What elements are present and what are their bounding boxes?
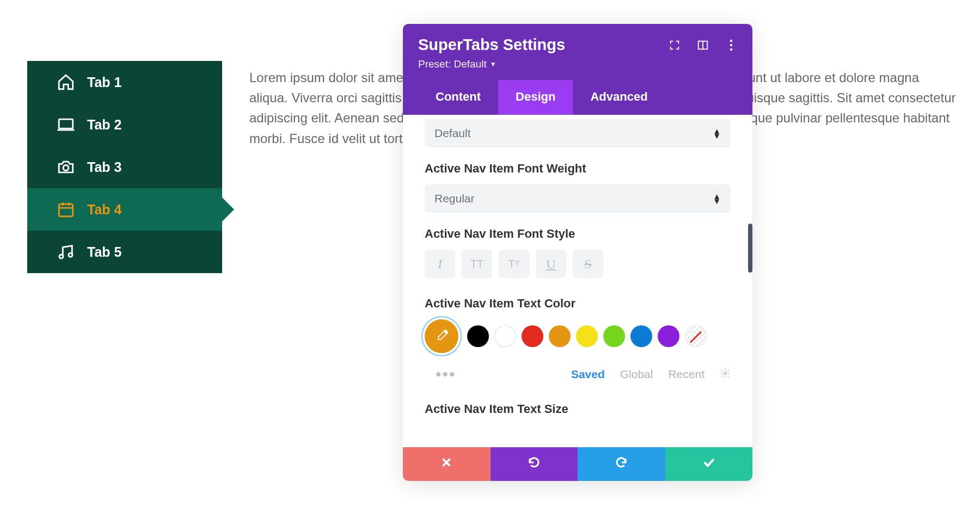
redo-button[interactable] [578, 447, 665, 481]
svg-point-6 [730, 39, 732, 41]
more-dots-icon[interactable]: ••• [436, 365, 456, 384]
color-tab-global[interactable]: Global [620, 368, 653, 381]
preset-dropdown[interactable]: Preset: Default ▼ [418, 58, 497, 80]
updown-icon: ▲▼ [713, 128, 721, 138]
modal-header: SuperTabs Settings Preset: Default ▼ Con… [403, 24, 752, 115]
font-style-buttons: I TT TT U S [425, 250, 731, 278]
laptop-icon [57, 115, 75, 134]
select-value: Default [434, 127, 471, 140]
modal-title: SuperTabs Settings [418, 36, 565, 54]
svg-point-7 [730, 44, 732, 46]
scrollbar-thumb[interactable] [748, 224, 752, 273]
more-icon[interactable] [725, 39, 737, 51]
sidebar-tabs: Tab 1 Tab 2 Tab 3 Tab 4 Tab 5 [27, 61, 222, 273]
swatch-green[interactable] [603, 325, 625, 347]
modal-body: Default ▲▼ Active Nav Item Font Weight R… [403, 115, 752, 447]
music-icon [57, 243, 75, 261]
style-italic-button[interactable]: I [425, 250, 455, 278]
home-icon [57, 73, 75, 91]
svg-rect-0 [59, 119, 73, 128]
svg-rect-2 [59, 204, 73, 217]
color-tab-saved[interactable]: Saved [571, 368, 605, 381]
style-strikethrough-button[interactable]: S [573, 250, 603, 278]
sidebar-item-tab-5[interactable]: Tab 5 [27, 231, 222, 273]
camera-icon [57, 158, 75, 176]
select-value: Regular [434, 192, 475, 205]
sidebar-item-tab-2[interactable]: Tab 2 [27, 103, 222, 146]
gear-icon[interactable] [720, 368, 731, 381]
save-button[interactable] [665, 447, 753, 481]
eyedropper-button[interactable] [425, 319, 458, 353]
expand-icon[interactable] [669, 39, 681, 51]
close-icon [440, 456, 452, 472]
modal-tabs: Content Design Advanced [418, 80, 737, 115]
swatch-purple[interactable] [658, 325, 679, 347]
svg-point-8 [730, 48, 732, 50]
color-sub-row: ••• Saved Global Recent [425, 365, 731, 384]
swatch-red[interactable] [522, 325, 543, 347]
cancel-button[interactable] [403, 447, 491, 481]
sidebar-item-label: Tab 2 [87, 117, 121, 133]
tab-content[interactable]: Content [418, 80, 498, 115]
text-size-label: Active Nav Item Text Size [425, 402, 731, 416]
style-uppercase-button[interactable]: TT [462, 250, 492, 278]
sidebar-item-tab-3[interactable]: Tab 3 [27, 146, 222, 188]
sidebar-item-label: Tab 3 [87, 159, 121, 175]
swatch-yellow[interactable] [576, 325, 598, 347]
style-titlecase-button[interactable]: TT [499, 250, 529, 278]
sidebar-item-tab-1[interactable]: Tab 1 [27, 61, 222, 103]
caret-down-icon: ▼ [490, 60, 497, 68]
swatch-transparent[interactable] [685, 325, 707, 347]
active-tab-arrow [222, 197, 234, 221]
text-color-label: Active Nav Item Text Color [425, 297, 731, 311]
sidebar-item-tab-4[interactable]: Tab 4 [27, 188, 222, 231]
svg-point-1 [63, 165, 69, 170]
font-style-label: Active Nav Item Font Style [425, 227, 731, 241]
check-icon [702, 456, 715, 472]
svg-point-3 [59, 255, 63, 258]
settings-modal: SuperTabs Settings Preset: Default ▼ Con… [403, 24, 752, 481]
modal-footer [403, 447, 752, 481]
calendar-icon [57, 200, 75, 219]
redo-icon [615, 456, 628, 472]
swatch-blue[interactable] [630, 325, 652, 347]
color-tab-recent[interactable]: Recent [668, 368, 705, 381]
swatch-orange[interactable] [549, 325, 571, 347]
sidebar-item-label: Tab 4 [87, 202, 121, 218]
color-swatch-row [425, 319, 731, 353]
font-weight-label: Active Nav Item Font Weight [425, 162, 731, 176]
swatch-black[interactable] [467, 325, 489, 347]
svg-point-9 [724, 372, 727, 374]
undo-icon [528, 456, 541, 472]
updown-icon: ▲▼ [713, 194, 721, 203]
sidebar-item-label: Tab 5 [87, 244, 121, 260]
svg-point-4 [69, 253, 72, 257]
font-weight-select[interactable]: Regular ▲▼ [425, 184, 731, 213]
swatch-white[interactable] [494, 325, 516, 347]
sidebar-item-label: Tab 1 [87, 75, 121, 90]
style-underline-button[interactable]: U [536, 250, 566, 278]
undo-button[interactable] [491, 447, 578, 481]
font-select-partial[interactable]: Default ▲▼ [425, 119, 731, 147]
preset-label: Preset: Default [418, 58, 487, 70]
columns-icon[interactable] [697, 39, 709, 51]
tab-design[interactable]: Design [498, 80, 573, 115]
tab-advanced[interactable]: Advanced [573, 80, 665, 115]
